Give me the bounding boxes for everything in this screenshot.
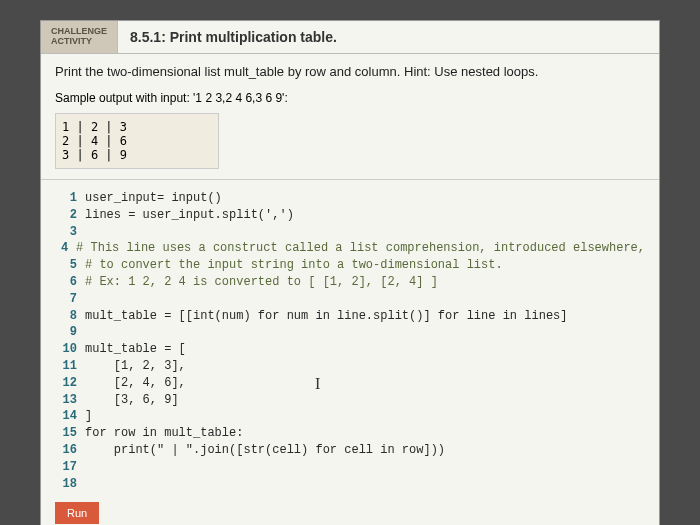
code-l11: [1, 2, 3], [85,358,186,375]
code-editor[interactable]: 1user_input= input() 2lines = user_input… [41,180,659,496]
code-l12: [2, 4, 6], [85,375,186,392]
activity-title: 8.5.1: Print multiplication table. [118,21,349,53]
prompt-text: Print the two-dimensional list mult_tabl… [55,64,645,79]
instructions-block: Print the two-dimensional list mult_tabl… [41,54,659,180]
code-l5: # to convert the input string into a two… [85,257,503,274]
code-l15: for row in mult_table: [85,425,243,442]
challenge-badge: CHALLENGE ACTIVITY [41,21,118,53]
activity-panel: CHALLENGE ACTIVITY 8.5.1: Print multipli… [40,20,660,525]
sample-output: 1 | 2 | 3 2 | 4 | 6 3 | 6 | 9 [55,113,219,169]
code-l14: ] [85,408,92,425]
code-l16: print(" | ".join([str(cell) for cell in … [85,442,445,459]
code-l13: [3, 6, 9] [85,392,179,409]
badge-line2: ACTIVITY [51,37,107,47]
code-l10: mult_table = [ [85,341,186,358]
code-l2: lines = user_input.split(',') [85,207,294,224]
run-button[interactable]: Run [55,502,99,524]
code-l1: user_input= input() [85,190,222,207]
sample-label: Sample output with input: '1 2 3,2 4 6,3… [55,91,645,105]
code-l4: # This line uses a construct called a li… [76,240,645,257]
code-l8: mult_table = [[int(num) for num in line.… [85,308,567,325]
panel-header: CHALLENGE ACTIVITY 8.5.1: Print multipli… [41,21,659,54]
code-l6: # Ex: 1 2, 2 4 is converted to [ [1, 2],… [85,274,438,291]
